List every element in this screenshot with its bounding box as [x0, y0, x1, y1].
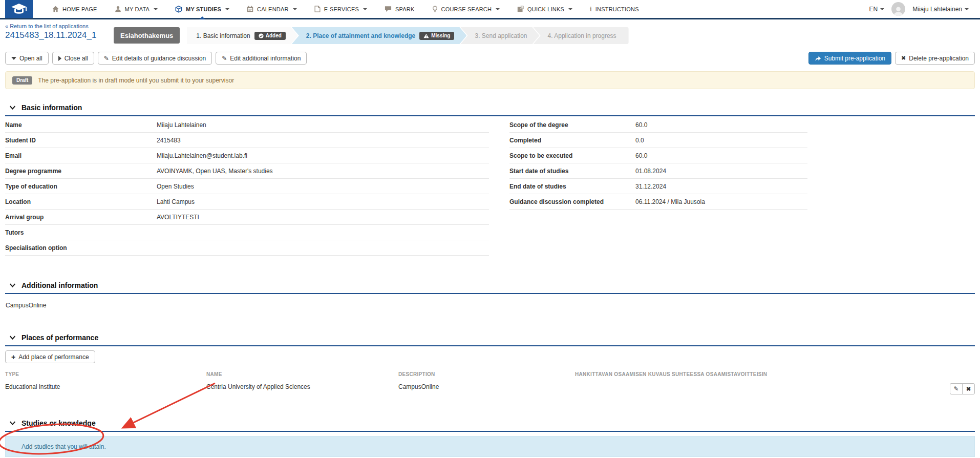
chevron-down-icon [9, 335, 16, 341]
step-label: 1. Basic information [196, 32, 250, 39]
cell-description: CampusOnline [398, 379, 575, 400]
add-place-of-performance-button[interactable]: + Add place of performance [5, 350, 95, 363]
chevron-down-icon [965, 8, 969, 10]
nav-label: CALENDAR [257, 6, 289, 12]
step-application-in-progress[interactable]: 4. Application in progress [534, 27, 629, 44]
nav-my-data[interactable]: MY DATA [115, 0, 158, 18]
field-label: Tutors [5, 229, 157, 236]
info-icon: i [590, 5, 592, 13]
basic-information-header[interactable]: Basic information [5, 100, 975, 116]
added-badge: Added [254, 32, 286, 40]
section-title: Studies or knowledge [22, 419, 96, 427]
user-name-label: Miiaju Lahtelainen [912, 6, 962, 13]
document-icon [314, 6, 321, 12]
chevron-down-icon [154, 8, 158, 10]
nav-home-page[interactable]: HOME PAGE [52, 0, 97, 18]
studies-info-alert: Add studies that you will attain. [5, 436, 975, 457]
avatar[interactable] [891, 2, 905, 16]
field-value: 0.0 [635, 137, 644, 144]
nav-label: QUICK LINKS [527, 6, 564, 12]
additional-information-header[interactable]: Additional information [5, 278, 975, 294]
delete-pre-application-button[interactable]: ✖ Delete pre-application [895, 52, 975, 65]
nav-calendar[interactable]: CALENDAR [247, 0, 297, 18]
basic-info-right-column: Scope of the degree60.0 Completed0.0 Sco… [509, 117, 807, 256]
button-label: Add place of performance [18, 353, 89, 361]
field-row: Scope of the degree60.0 [509, 117, 807, 133]
nav-e-services[interactable]: E-SERVICES [314, 0, 367, 18]
open-all-button[interactable]: Open all [5, 52, 49, 65]
nav-spark[interactable]: SPARK [385, 0, 414, 18]
badge-label: Missing [431, 33, 450, 38]
field-value: AVOLTIYTESTI [157, 214, 199, 221]
additional-information-text: CampusOnline [5, 302, 975, 309]
app-logo[interactable] [5, 0, 33, 18]
delete-place-button[interactable]: ✖ [962, 383, 975, 394]
section-title: Places of performance [22, 334, 98, 342]
field-value: 2415483 [157, 137, 181, 144]
cell-competence-description [575, 379, 938, 400]
nav-label: HOME PAGE [62, 6, 97, 12]
field-value: Open Studies [157, 183, 194, 190]
check-circle-icon [259, 33, 264, 38]
field-label: Name [5, 121, 157, 129]
field-value: Miiaju.Lahtelainen@student.lab.fi [157, 152, 247, 159]
field-value: 60.0 [635, 152, 647, 159]
chevron-right-icon [58, 56, 61, 61]
cell-name: Centria University of Applied Sciences [206, 379, 398, 400]
field-row: Scope to be executed60.0 [509, 148, 807, 163]
x-icon: ✖ [966, 386, 971, 392]
field-row: End date of studies31.12.2024 [509, 179, 807, 194]
step-label: 4. Application in progress [548, 32, 616, 39]
section-title: Basic information [22, 103, 82, 112]
x-icon: ✖ [901, 55, 906, 61]
nav-instructions[interactable]: i INSTRUCTIONS [590, 0, 639, 18]
submit-pre-application-button[interactable]: Submit pre-application [808, 52, 891, 65]
field-label: Scope of the degree [509, 121, 635, 129]
chevron-down-icon [363, 8, 367, 10]
field-label: Start date of studies [509, 168, 635, 175]
field-label: Type of education [5, 183, 157, 190]
pencil-icon: ✎ [104, 55, 109, 61]
return-to-applications-link[interactable]: « Return to the list of applications [5, 23, 108, 29]
step-place-of-attainment[interactable]: 2. Place of attainment and knowledge Mis… [292, 27, 467, 44]
additional-information-section: Additional information CampusOnline [5, 278, 975, 309]
nav-my-studies[interactable]: MY STUDIES [175, 0, 229, 18]
cube-icon [175, 6, 182, 13]
field-value: Lahti Campus [157, 198, 195, 205]
places-table: TYPE NAME DESCRIPTION HANKITTAVAN OSAAMI… [5, 369, 975, 400]
step-wizard: 1. Basic information Added 2. Place of a… [187, 27, 628, 44]
application-id: 2415483_18.11.2024_1 [5, 30, 108, 40]
application-type-badge: Esiahothakemus [114, 27, 180, 44]
row-actions: ✎ ✖ [938, 379, 975, 400]
field-label: Location [5, 198, 157, 205]
studies-or-knowledge-header[interactable]: Studies or knowledge [5, 416, 975, 432]
places-of-performance-header[interactable]: Places of performance [5, 330, 975, 346]
edit-guidance-discussion-button[interactable]: ✎ Edit details of guidance discussion [98, 52, 212, 65]
close-all-button[interactable]: Close all [52, 52, 94, 65]
basic-information-columns: NameMiiaju Lahtelainen Student ID2415483… [5, 117, 975, 256]
language-selector[interactable]: EN [869, 6, 885, 13]
step-send-application[interactable]: 3. Send application [460, 27, 539, 44]
cell-type: Educational institute [5, 379, 206, 400]
step-basic-information[interactable]: 1. Basic information Added [187, 27, 298, 44]
language-label: EN [869, 6, 878, 13]
edit-place-button[interactable]: ✎ [950, 383, 963, 394]
user-menu[interactable]: Miiaju Lahtelainen [912, 6, 969, 13]
nav-course-search[interactable]: COURSE SEARCH [432, 0, 500, 18]
edit-additional-information-button[interactable]: ✎ Edit additional information [216, 52, 307, 65]
user-icon [115, 6, 121, 12]
button-label: Open all [19, 55, 42, 62]
nav-quick-links[interactable]: QUICK LINKS [517, 0, 572, 18]
field-row: NameMiiaju Lahtelainen [5, 117, 489, 133]
external-link-icon [517, 6, 524, 12]
main-menu: HOME PAGE MY DATA MY STUDIES [52, 0, 639, 18]
chevron-down-icon [293, 8, 297, 10]
field-row: Specialisation option [5, 240, 489, 256]
draft-alert: Draft The pre-application is in draft mo… [5, 71, 975, 89]
places-of-performance-section: Places of performance + Add place of per… [5, 330, 975, 400]
plus-icon: + [11, 353, 15, 361]
field-label: Arrival group [5, 214, 157, 221]
field-value: Miiaju Lahtelainen [157, 121, 206, 129]
field-value: 01.08.2024 [635, 168, 666, 175]
column-header-name: NAME [206, 369, 398, 379]
